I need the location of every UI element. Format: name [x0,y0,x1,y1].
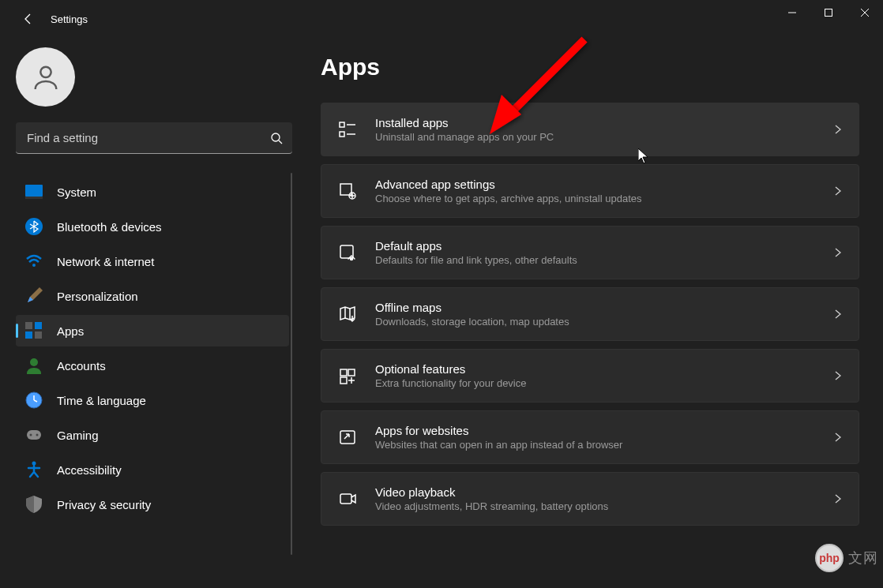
nav-label: Time & language [57,394,146,407]
main-content: Apps Installed apps Uninstall and manage… [300,38,883,588]
video-icon [337,489,358,509]
sidebar-item-accounts[interactable]: Accounts [16,350,289,381]
sidebar-item-privacy[interactable]: Privacy & security [16,489,289,520]
card-installed-apps[interactable]: Installed apps Uninstall and manage apps… [321,103,859,156]
clock-globe-icon [25,391,43,409]
user-icon [30,62,62,93]
search-icon [270,132,283,144]
card-title: Default apps [375,239,833,253]
svg-rect-12 [35,322,42,329]
sidebar-item-apps[interactable]: Apps [16,315,289,346]
default-apps-icon [337,242,358,263]
sidebar-item-accessibility[interactable]: Accessibility [16,454,289,485]
card-apps-for-websites[interactable]: Apps for websites Websites that can open… [321,410,859,464]
svg-rect-14 [35,331,42,339]
svg-rect-1 [825,9,832,17]
svg-rect-8 [25,197,43,199]
card-content: Apps for websites Websites that can open… [375,424,833,451]
chevron-right-icon [833,248,843,257]
card-default-apps[interactable]: Default apps Defaults for file and link … [321,226,859,279]
card-optional-features[interactable]: Optional features Extra functionality fo… [321,349,859,403]
close-button[interactable] [847,0,883,25]
svg-point-15 [30,358,38,366]
person-icon [25,357,43,374]
maximize-icon [825,9,832,17]
nav-label: Gaming [57,429,99,442]
sidebar-item-system[interactable]: System [16,176,289,208]
card-advanced-app-settings[interactable]: Advanced app settings Choose where to ge… [321,164,859,218]
sidebar-item-gaming[interactable]: Gaming [16,419,289,451]
optional-features-icon [337,365,358,386]
sidebar-item-bluetooth[interactable]: Bluetooth & devices [16,211,289,242]
svg-rect-32 [340,431,355,444]
watermark-logo: php [815,544,844,572]
card-video-playback[interactable]: Video playback Video adjustments, HDR st… [321,472,859,526]
svg-point-18 [30,434,32,436]
page-title: Apps [321,54,859,81]
card-content: Installed apps Uninstall and manage apps… [375,116,833,143]
svg-rect-30 [348,369,355,376]
installed-apps-icon [337,119,358,140]
minimize-icon [788,9,796,17]
nav-label: Privacy & security [57,498,151,511]
watermark-text: 文网 [848,549,878,567]
svg-line-6 [279,140,282,144]
map-download-icon [337,304,358,324]
svg-rect-7 [25,185,43,197]
card-content: Advanced app settings Choose where to ge… [375,178,833,204]
svg-rect-33 [340,494,351,504]
card-subtitle: Uninstall and manage apps on your PC [375,131,833,143]
search-box [16,122,292,154]
search-input[interactable] [16,122,292,154]
apps-icon [25,322,43,339]
card-offline-maps[interactable]: Offline maps Downloads, storage location… [321,287,859,341]
back-button[interactable] [13,3,44,35]
card-title: Installed apps [375,116,833,129]
nav-label: System [57,185,96,199]
svg-rect-22 [340,132,344,137]
card-title: Offline maps [375,301,833,314]
card-subtitle: Downloads, storage location, map updates [375,316,833,328]
nav-list: System Bluetooth & devices Network & int… [16,173,300,579]
svg-rect-13 [25,331,32,339]
card-title: Advanced app settings [375,178,833,191]
chevron-right-icon [833,186,843,196]
back-arrow-icon [22,13,35,25]
card-subtitle: Video adjustments, HDR streaming, batter… [375,500,833,512]
card-content: Optional features Extra functionality fo… [375,362,833,389]
svg-rect-29 [340,369,347,376]
minimize-button[interactable] [774,0,810,25]
svg-point-10 [32,264,36,267]
watermark: php 文网 [815,544,878,572]
svg-point-4 [40,66,51,77]
svg-rect-31 [340,377,347,384]
card-content: Video playback Video adjustments, HDR st… [375,485,833,512]
nav-label: Apps [57,324,84,338]
card-subtitle: Extra functionality for your device [375,377,833,389]
card-subtitle: Websites that can open in an app instead… [375,439,833,451]
svg-rect-17 [27,430,41,440]
nav-label: Network & internet [57,255,154,268]
system-icon [25,183,43,200]
sidebar-item-personalization[interactable]: Personalization [16,280,289,312]
user-avatar[interactable] [16,47,75,107]
chevron-right-icon [833,371,843,380]
shield-icon [25,496,43,513]
sidebar: System Bluetooth & devices Network & int… [0,38,300,588]
gamepad-icon [25,426,43,444]
chevron-right-icon [833,125,843,134]
card-title: Optional features [375,362,833,376]
chevron-right-icon [833,494,843,504]
maximize-button[interactable] [810,0,847,25]
card-content: Offline maps Downloads, storage location… [375,301,833,328]
card-title: Apps for websites [375,424,833,437]
nav-label: Accounts [57,359,106,373]
sidebar-item-network[interactable]: Network & internet [16,245,289,277]
sidebar-item-time-language[interactable]: Time & language [16,384,289,416]
nav-label: Bluetooth & devices [57,220,162,234]
card-subtitle: Choose where to get apps, archive apps, … [375,193,833,204]
close-icon [861,9,869,17]
svg-rect-11 [25,322,32,329]
card-content: Default apps Defaults for file and link … [375,239,833,266]
app-settings-icon [337,181,358,201]
